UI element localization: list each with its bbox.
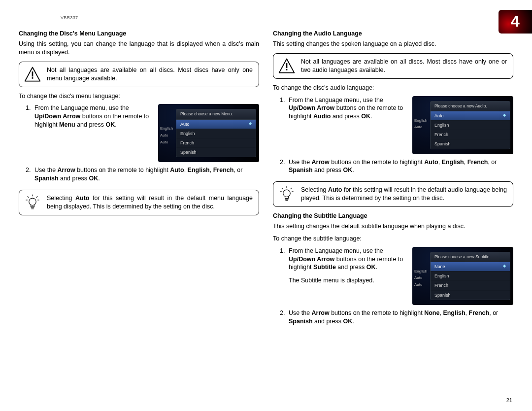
osd-item-selected: Auto [176,120,256,129]
osd-item: English [431,272,510,281]
model-number: VBR337 [61,15,513,21]
svg-rect-12 [286,63,288,68]
osd-side-labels: English Auto Auto [160,125,173,146]
osd-item: French [431,130,510,139]
step-2: Use the Arrow buttons on the remote to h… [287,309,513,326]
to-change-text: To change the disc's audio language: [273,84,513,92]
svg-line-16 [291,188,292,189]
svg-line-5 [36,196,38,198]
step-2: Use the Arrow buttons on the remote to h… [33,166,259,183]
manual-page: VBR337 4 Changing the Disc's Menu Langua… [0,0,532,411]
section-title-menu-language: Changing the Disc's Menu Language [19,30,259,38]
intro-text: Using this setting, you can change the l… [19,40,259,57]
step-1-row: From the Language menu, use the Up/Down … [19,104,259,162]
svg-line-15 [282,188,283,189]
warning-callout: Not all languages are available on all d… [19,62,259,87]
svg-rect-2 [32,77,33,79]
osd-panel: Please choose a new Menu. Auto English F… [176,109,256,157]
svg-rect-1 [32,71,33,76]
tip-callout: Selecting Auto for this setting will res… [19,190,259,215]
step-1: From the Language menu, use the Up/Down … [287,247,405,285]
osd-item: Spanish [176,148,256,157]
osd-screenshot-audio: English Auto Please choose a new Audio. … [412,96,513,154]
osd-side-labels: English Auto [414,117,427,132]
osd-header: Please choose a new Audio. [431,102,510,111]
osd-panel: Please choose a new Audio. Auto English … [430,101,510,149]
warning-icon [24,66,41,83]
warning-text: Not all languages are available on all d… [47,66,253,83]
osd-header: Please choose a new Menu. [176,109,256,119]
osd-item: English [176,129,256,138]
section-title-audio: Changing the Audio Language [273,30,513,38]
lightbulb-icon [24,194,41,211]
osd-item: English [431,121,510,130]
osd-item-selected: Auto [431,111,510,121]
to-change-text: To change the subtitle language: [273,235,513,243]
content-columns: Changing the Disc's Menu Language Using … [19,27,513,332]
osd-item-selected: None [431,262,510,272]
tip-text: Selecting Auto for this setting will res… [47,194,253,211]
step-2: Use the Arrow buttons on the remote to h… [287,158,513,175]
warning-icon [278,58,295,74]
osd-header: Please choose a new Subtitle. [431,252,510,262]
chapter-tab: 4 [499,10,532,34]
tip-text: Selecting Auto for this setting will res… [301,186,507,203]
osd-item: French [431,281,510,290]
osd-item: Spanish [431,139,510,148]
step-1: From the Language menu, use the Up/Down … [33,104,151,129]
section-title-subtitle: Changing the Subtitle Language [273,212,513,220]
step-1: From the Language menu, use the Up/Down … [287,96,405,121]
to-change-text: To change the disc's menu language: [19,92,259,101]
intro-text: This setting changes the default subtitl… [273,222,513,231]
step-1-row: From the Language menu, use the Up/Down … [273,247,513,305]
osd-screenshot-menu: English Auto Auto Please choose a new Me… [158,104,259,162]
lightbulb-icon [278,186,295,203]
tip-callout: Selecting Auto for this setting will res… [273,181,513,207]
page-number: 21 [506,397,512,404]
intro-text: This setting changes the spoken language… [273,40,513,48]
osd-panel: Please choose a new Subtitle. None Engli… [430,252,510,300]
osd-item: Spanish [431,291,510,300]
svg-line-4 [28,196,29,198]
step-1-row: From the Language menu, use the Up/Down … [273,96,513,154]
svg-point-8 [29,198,36,205]
warning-text: Not all languages are available on all d… [301,58,507,74]
right-column: Changing the Audio Language This setting… [273,27,513,332]
osd-item: French [176,138,256,148]
left-column: Changing the Disc's Menu Language Using … [19,27,259,332]
warning-callout: Not all languages are available on all d… [273,53,513,79]
svg-rect-13 [286,69,288,70]
osd-side-labels: English Auto Auto [414,268,427,289]
svg-point-19 [283,190,290,197]
osd-screenshot-subtitle: English Auto Auto Please choose a new Su… [412,247,513,305]
